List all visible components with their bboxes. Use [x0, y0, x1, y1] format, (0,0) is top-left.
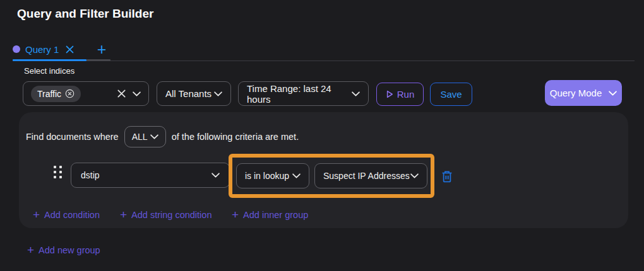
- plus-icon: +: [97, 42, 107, 57]
- condition-operator-value: is in lookup: [245, 171, 289, 181]
- condition-value: Suspect IP Addresses: [323, 171, 410, 181]
- run-label: Run: [397, 89, 415, 100]
- page-title: Query and Filter Builder: [17, 7, 153, 21]
- tenants-select[interactable]: All Tenants: [157, 81, 231, 106]
- select-indices-label: Select indices: [24, 66, 75, 76]
- condition-field-value: dstip: [81, 170, 100, 180]
- tenants-value: All Tenants: [165, 88, 212, 99]
- clear-selection-icon[interactable]: [117, 89, 126, 98]
- delete-condition-button[interactable]: [441, 170, 453, 185]
- add-new-group-link[interactable]: + Add new group: [27, 245, 100, 256]
- play-icon: [386, 90, 393, 98]
- condition-value-select[interactable]: Suspect IP Addresses: [314, 163, 427, 188]
- chevron-down-icon: [609, 91, 617, 96]
- chip-remove-icon[interactable]: [65, 89, 75, 98]
- tab-query-1[interactable]: Query 1: [13, 38, 74, 60]
- tab-close-icon[interactable]: [66, 45, 74, 54]
- chevron-down-icon: [150, 134, 158, 139]
- tab-label: Query 1: [25, 44, 59, 55]
- chevron-down-icon: [133, 91, 141, 96]
- group-header: Find documents where ALL of the followin…: [26, 125, 299, 148]
- add-inner-group-label: Add inner group: [243, 210, 308, 220]
- chevron-down-icon: [212, 173, 220, 178]
- group-prefix-text: Find documents where: [26, 132, 119, 142]
- time-range-value: Time Range: last 24 hours: [247, 83, 352, 105]
- plus-icon: +: [27, 244, 34, 256]
- add-string-condition-label: Add string condition: [131, 210, 212, 220]
- chevron-down-icon: [410, 173, 419, 178]
- plus-icon: +: [33, 209, 40, 221]
- query-mode-label: Query Mode: [550, 88, 602, 98]
- query-filter-builder-screen: Query and Filter Builder Query 1 + Selec…: [0, 0, 644, 271]
- plus-icon: +: [232, 209, 239, 221]
- time-range-select[interactable]: Time Range: last 24 hours: [238, 81, 369, 106]
- chip-label: Traffic: [37, 89, 61, 99]
- plus-icon: +: [120, 209, 127, 221]
- drag-handle[interactable]: [54, 166, 62, 178]
- add-condition-label: Add condition: [44, 210, 100, 220]
- index-chip-traffic: Traffic: [31, 86, 81, 102]
- query-mode-button[interactable]: Query Mode: [545, 80, 622, 106]
- add-string-condition-link[interactable]: + Add string condition: [120, 209, 212, 221]
- chevron-down-icon: [214, 91, 222, 96]
- active-tab-underline: [13, 59, 86, 61]
- group-suffix-text: of the following criteria are met.: [172, 132, 299, 142]
- condition-field-select[interactable]: dstip: [71, 163, 230, 188]
- trash-icon: [441, 170, 453, 185]
- chevron-down-icon: [292, 173, 301, 178]
- add-tab-underline: [86, 59, 110, 61]
- indices-select[interactable]: Traffic: [23, 81, 149, 106]
- condition-operator-select[interactable]: is in lookup: [236, 163, 309, 188]
- save-label: Save: [440, 89, 462, 100]
- run-button[interactable]: Run: [376, 83, 424, 106]
- save-button[interactable]: Save: [430, 83, 472, 106]
- add-new-group-label: Add new group: [39, 245, 100, 255]
- chevron-down-icon: [352, 91, 360, 96]
- tab-status-dot-icon: [13, 45, 20, 53]
- match-operator-select[interactable]: ALL: [124, 126, 166, 147]
- add-inner-group-link[interactable]: + Add inner group: [232, 209, 308, 221]
- add-tab-button[interactable]: +: [92, 39, 111, 59]
- add-condition-link[interactable]: + Add condition: [33, 209, 100, 221]
- match-operator-value: ALL: [132, 132, 148, 142]
